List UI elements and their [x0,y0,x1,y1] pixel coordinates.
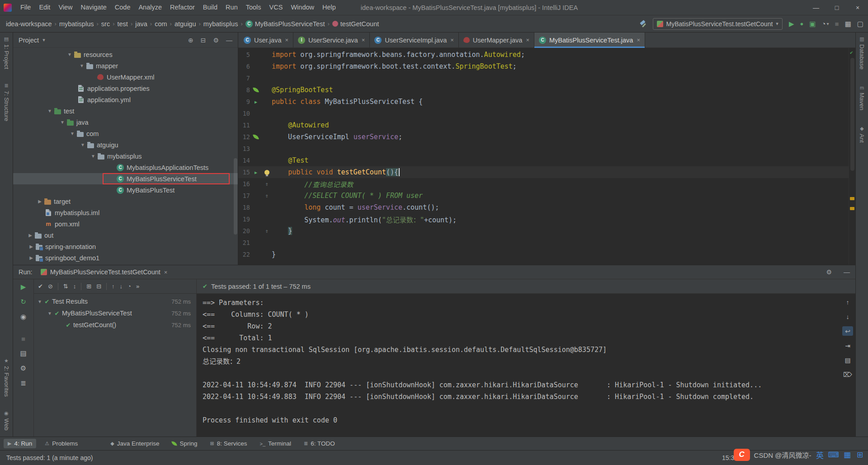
show-passed-button[interactable]: ✔ [38,283,43,290]
tool-window-button-web[interactable]: ◉Web [3,410,10,431]
tree-chevron-icon[interactable]: ▼ [66,52,73,57]
sort-alphabetically-button[interactable]: ⇅ [63,283,68,290]
tree-chevron-icon[interactable]: ▶ [28,255,35,260]
rerun-tests-button[interactable]: ▶ [21,283,26,291]
close-tab-icon[interactable]: × [362,37,365,43]
project-tree-item-com[interactable]: ▼com [13,128,238,139]
menu-item-help[interactable]: Help [318,0,340,15]
menu-item-edit[interactable]: Edit [35,0,54,15]
collapse-all-button[interactable]: ⊟ [96,283,101,290]
clear-all-button[interactable]: ⌦ [842,370,853,379]
code-line-15[interactable]: 15▶ public void testGetCount(){ [238,166,849,178]
run-with-coverage-button[interactable]: ▣ [809,20,816,28]
toggle-auto-test-button[interactable]: ◉ [20,313,26,321]
project-tree-item-out[interactable]: ▶out [13,230,238,241]
breadcrumb-item-mybatisplusservicetest[interactable]: CMyBatisPlusServiceTest [244,19,326,28]
breadcrumb-item-src[interactable]: src [100,19,111,28]
tree-chevron-icon[interactable]: ▼ [47,311,53,316]
tree-chevron-icon[interactable]: ▶ [27,233,34,238]
breadcrumb-item-com[interactable]: com [153,19,168,28]
close-tab-icon[interactable]: × [450,37,454,43]
ime-language-indicator[interactable]: 英 [815,450,824,460]
project-tree-item-mybatisplustest[interactable]: CMyBatisPlusTest [13,184,238,196]
code-line-11[interactable]: 11 @Autowired [238,119,849,131]
project-tree-item-test[interactable]: ▼test [13,105,238,117]
editor-error-stripe[interactable]: ✔ [849,48,855,265]
spring-bean-gutter-icon[interactable] [253,87,259,93]
menu-item-analyze[interactable]: Analyze [134,0,166,15]
thread-dump-button[interactable]: ▤ [20,349,26,357]
project-tree-item-resources[interactable]: ▼resources [13,49,238,60]
tool-window-button-1-project[interactable]: ▤1: Project [3,36,10,69]
tool-window-button-8-services[interactable]: ⊞8: Services [206,439,251,448]
expand-all-button[interactable]: ⊞ [86,283,91,290]
close-tab-icon[interactable]: × [285,37,288,43]
code-line-21[interactable]: 21 [238,237,849,249]
spring-bean-gutter-icon[interactable] [253,134,259,140]
tree-chevron-icon[interactable]: ▼ [46,108,53,113]
code-editor[interactable]: 5import org.springframework.beans.factor… [238,48,855,265]
project-tree-item-target[interactable]: ▶target [13,196,238,207]
sort-by-duration-button[interactable]: ↕ [73,283,76,290]
console-settings-button[interactable]: ⚙ [20,364,26,372]
code-line-12[interactable]: 12 UserServiceImpl userService; [238,131,849,143]
code-line-19[interactable]: 19 System.out.println("总记录数："+count); [238,213,849,225]
code-line-14[interactable]: 14 @Test [238,155,849,166]
tool-window-button-6-todo[interactable]: ≣6: TODO [300,439,339,448]
tree-chevron-icon[interactable]: ▶ [28,244,35,249]
project-tree-item-springboot-demo1[interactable]: ▶springboot_demo1 [13,252,238,263]
close-tab-icon[interactable]: × [526,37,529,43]
search-everywhere-button[interactable]: ▦ [845,20,851,28]
menu-item-tools[interactable]: Tools [242,0,265,15]
code-line-22[interactable]: 22} [238,249,849,260]
breadcrumb-item-java[interactable]: java [134,19,149,28]
code-line-16[interactable]: 16⇧ //查询总记录数 [238,178,849,190]
tool-window-button-spring[interactable]: Spring [168,439,201,448]
menu-item-run[interactable]: Run [222,0,242,15]
collapse-all-button[interactable]: ⊟ [201,37,206,44]
tool-window-button-database[interactable]: ▥Database [859,36,865,70]
test-tree-item-test-results[interactable]: ▼✔Test Results752 ms [34,296,196,307]
scroll-to-stack-trace-button[interactable]: ≣ [20,379,26,387]
tree-chevron-icon[interactable]: ▼ [37,299,43,304]
tool-window-button-problems[interactable]: ⚠Problems [41,439,82,448]
rerun-failed-tests-button[interactable]: ↻ [20,298,26,306]
build-project-button[interactable] [639,20,646,28]
profiler-button[interactable]: ◔▾ [821,20,829,28]
menu-item-view[interactable]: View [54,0,76,15]
run-tab[interactable]: MyBatisPlusServiceTest.testGetCount × [38,265,170,279]
scroll-down-button[interactable]: ↓ [842,312,853,321]
project-panel-title[interactable]: Project [19,37,39,44]
breadcrumb-item-idea-workspace[interactable]: idea-workspace [5,19,53,28]
breadcrumb-item-atguigu[interactable]: atguigu [173,19,198,28]
editor-tab-mybatisplusservicetest-java[interactable]: CMyBatisPlusServiceTest.java× [534,33,645,47]
tree-chevron-icon[interactable]: ▶ [36,199,43,204]
menu-item-refactor[interactable]: Refactor [166,0,199,15]
code-line-8[interactable]: 8@SpringBootTest [238,84,849,96]
menu-item-vcs[interactable]: VCS [265,0,287,15]
tool-window-button-7-structure[interactable]: ≣7: Structure [3,83,10,121]
project-tree-item-java[interactable]: ▼java [13,117,238,128]
tool-window-button-maven[interactable]: mMaven [859,85,865,110]
test-history-button[interactable]: ◔ [127,283,131,290]
debug-button[interactable]: ● [800,20,803,27]
project-tree-item-pom-xml[interactable]: mpom.xml [13,218,238,230]
tree-chevron-icon[interactable]: ▼ [90,154,97,159]
warning-stripe-mark[interactable] [850,197,854,200]
settings-gear-icon[interactable]: ⚙ [826,268,832,276]
warning-stripe-mark[interactable] [850,207,854,210]
scroll-up-button[interactable]: ↑ [842,297,853,307]
ime-toolbox-icon[interactable]: ⊞ [855,450,864,460]
menu-item-window[interactable]: Window [287,0,318,15]
menu-item-navigate[interactable]: Navigate [77,0,111,15]
code-line-18[interactable]: 18 long count = userService.count(); [238,202,849,213]
menu-item-file[interactable]: File [16,0,35,15]
project-tree-item-spring-annotation[interactable]: ▶spring-annotation [13,241,238,252]
code-line-13[interactable]: 13 [238,143,849,155]
hide-panel-button[interactable]: — [226,37,232,44]
tree-chevron-icon[interactable]: ▼ [78,63,85,68]
stop-button[interactable]: ■ [835,20,839,28]
maximize-window-button[interactable]: □ [826,0,847,15]
project-tree-item-application-properties[interactable]: application.properties [13,83,238,94]
hide-panel-icon[interactable]: — [844,268,850,276]
